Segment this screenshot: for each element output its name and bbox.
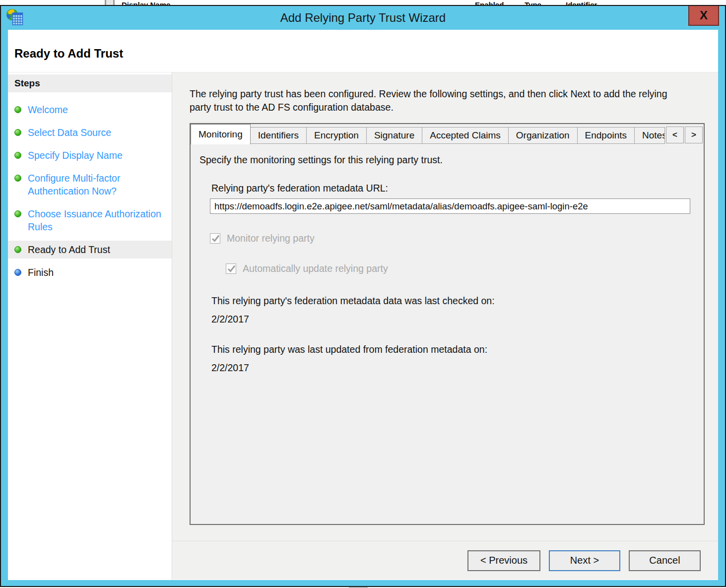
auto-update-checkbox — [226, 263, 236, 274]
last-updated-date: 2/2/2017 — [211, 362, 695, 374]
titlebar: Add Relying Party Trust Wizard X — [1, 6, 725, 30]
tab-bar: Monitoring Identifiers Encryption Signat… — [191, 124, 704, 144]
tab-notes[interactable]: Notes — [634, 127, 665, 144]
step-upcoming-bullet-icon — [14, 269, 21, 276]
step-label: Select Data Source — [28, 126, 111, 139]
bg-column-type: Type — [525, 0, 541, 5]
step-ready-to-add-trust: Ready to Add Trust — [8, 241, 172, 259]
step-welcome: Welcome — [8, 103, 172, 116]
relying-party-properties-tab-panel: Monitoring Identifiers Encryption Signat… — [190, 123, 705, 525]
step-done-bullet-icon — [14, 106, 21, 113]
checkbox-label: Automatically update relying party — [243, 263, 388, 274]
monitoring-tab-content: Specify the monitoring settings for this… — [191, 144, 704, 380]
wizard-page-header: Ready to Add Trust — [8, 30, 718, 72]
tab-scroll-left-button[interactable]: < — [666, 127, 684, 143]
page-description: The relying party trust has been configu… — [190, 87, 686, 114]
tab-scroll-right-button[interactable]: > — [685, 127, 703, 143]
monitor-relying-party-row: Monitor relying party — [210, 233, 695, 244]
checkmark-icon — [227, 264, 236, 273]
step-label: Welcome — [28, 103, 68, 116]
steps-header: Steps — [8, 74, 172, 92]
step-select-data-source: Select Data Source — [8, 126, 172, 139]
adfs-wizard-icon — [6, 8, 24, 26]
add-relying-party-trust-wizard-dialog: Add Relying Party Trust Wizard X Ready t… — [0, 5, 726, 587]
auto-update-relying-party-row: Automatically update relying party — [226, 263, 695, 274]
checkbox-label: Monitor relying party — [227, 233, 315, 244]
step-done-bullet-icon — [14, 129, 21, 136]
tab-identifiers[interactable]: Identifiers — [250, 127, 307, 144]
step-configure-multifactor: Configure Multi-factor Authentication No… — [8, 172, 172, 197]
step-label: Finish — [28, 266, 54, 279]
bg-column-enabled: Enabled — [475, 0, 504, 5]
last-updated-label: This relying party was last updated from… — [211, 344, 695, 355]
cancel-button[interactable]: Cancel — [629, 550, 701, 571]
tab-scroll-controls: < > — [666, 127, 703, 143]
dialog-body: Ready to Add Trust Steps Welcome Select … — [8, 30, 718, 580]
metadata-url-label: Relying party's federation metadata URL: — [211, 183, 695, 194]
wizard-footer: < Previous Next > Cancel — [172, 541, 718, 580]
bg-column-display-name: Display Name — [122, 0, 170, 5]
step-done-bullet-icon — [14, 246, 21, 253]
step-choose-issuance-rules: Choose Issuance Authorization Rules — [8, 207, 172, 233]
monitor-relying-party-checkbox — [210, 233, 220, 244]
step-finish: Finish — [8, 266, 172, 279]
step-specify-display-name: Specify Display Name — [8, 149, 172, 162]
next-button[interactable]: Next > — [549, 550, 620, 571]
window-title: Add Relying Party Trust Wizard — [1, 6, 725, 30]
previous-button[interactable]: < Previous — [467, 550, 540, 571]
bg-scrollbar-fragment — [105, 0, 115, 5]
step-done-bullet-icon — [14, 152, 21, 159]
step-label: Choose Issuance Authorization Rules — [28, 207, 168, 233]
page-title: Ready to Add Trust — [8, 30, 718, 61]
screen: Display Name Enabled Type Identifier Add… — [0, 0, 726, 588]
background-window-strip: Display Name Enabled Type Identifier — [0, 0, 726, 5]
tab-monitoring[interactable]: Monitoring — [191, 124, 251, 144]
close-button[interactable]: X — [688, 6, 719, 26]
step-done-bullet-icon — [14, 210, 21, 217]
wizard-main-pane: The relying party trust has been configu… — [172, 72, 718, 580]
tab-organization[interactable]: Organization — [508, 127, 578, 144]
monitoring-intro-text: Specify the monitoring settings for this… — [199, 154, 695, 166]
step-label: Ready to Add Trust — [28, 243, 110, 256]
bg-column-identifier: Identifier — [566, 0, 597, 5]
metadata-url-input[interactable] — [210, 198, 690, 214]
last-checked-date: 2/2/2017 — [211, 314, 695, 325]
step-label: Configure Multi-factor Authentication No… — [28, 172, 168, 197]
tab-endpoints[interactable]: Endpoints — [577, 127, 635, 144]
checkmark-icon — [211, 234, 220, 243]
tab-accepted-claims[interactable]: Accepted Claims — [422, 127, 509, 144]
last-checked-label: This relying party's federation metadata… — [211, 295, 695, 307]
step-label: Specify Display Name — [28, 149, 123, 162]
steps-sidebar: Steps Welcome Select Data Source Specify… — [8, 72, 172, 580]
tab-signature[interactable]: Signature — [366, 127, 422, 144]
tab-encryption[interactable]: Encryption — [306, 127, 367, 144]
step-done-bullet-icon — [14, 175, 21, 182]
